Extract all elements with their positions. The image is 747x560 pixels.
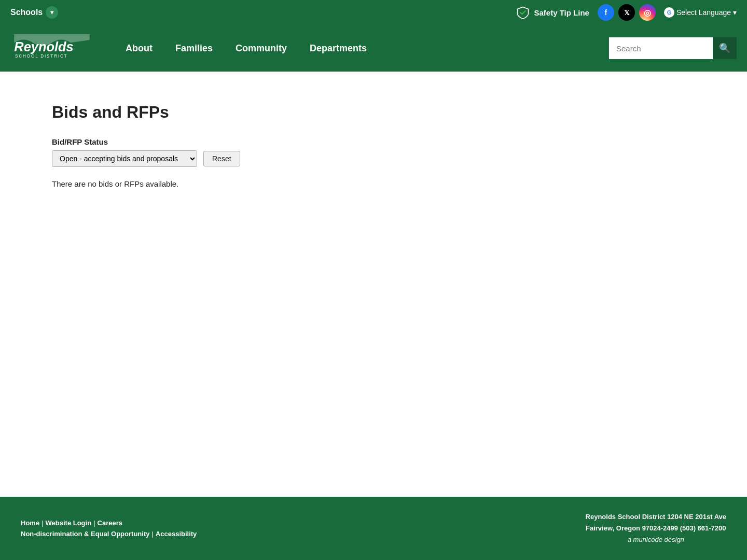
nav-about[interactable]: About <box>114 25 164 72</box>
x-label: 𝕏 <box>624 9 629 17</box>
separator-3: | <box>151 530 153 538</box>
separator-2: | <box>93 519 95 527</box>
footer-link-home[interactable]: Home <box>21 519 39 527</box>
page-title: Bids and RFPs <box>52 103 695 122</box>
footer-link-nondiscrimination[interactable]: Non-discrimination & Equal Opportunity <box>21 530 149 538</box>
footer: Home | Website Login | Careers Non-discr… <box>0 497 747 560</box>
schools-chevron-icon: ▾ <box>46 6 58 19</box>
svg-text:Reynolds: Reynolds <box>14 39 74 54</box>
footer-links-row2: Non-discrimination & Equal Opportunity |… <box>21 530 197 538</box>
reset-button[interactable]: Reset <box>203 151 240 166</box>
footer-link-accessibility[interactable]: Accessibility <box>156 530 197 538</box>
top-bar: Schools ▾ Safety Tip Line f 𝕏 ◎ G <box>0 0 747 25</box>
top-bar-left: Schools ▾ <box>10 6 58 19</box>
footer-municode: a municode design <box>586 534 726 545</box>
svg-text:SCHOOL DISTRICT: SCHOOL DISTRICT <box>15 54 67 59</box>
facebook-label: f <box>605 8 607 17</box>
footer-link-careers[interactable]: Careers <box>98 519 122 527</box>
footer-right: Reynolds School District 1204 NE 201st A… <box>586 511 726 545</box>
footer-links-row1: Home | Website Login | Careers <box>21 519 197 527</box>
shield-icon <box>516 6 530 19</box>
schools-label: Schools <box>10 8 43 17</box>
filter-label: Bid/RFP Status <box>52 137 695 146</box>
facebook-icon[interactable]: f <box>598 4 614 21</box>
search-area: 🔍 <box>609 37 737 59</box>
no-results-message: There are no bids or RFPs available. <box>52 179 695 188</box>
nav-community[interactable]: Community <box>224 25 298 72</box>
footer-left: Home | Website Login | Careers Non-discr… <box>21 519 197 538</box>
filter-section: Bid/RFP Status Open - accepting bids and… <box>52 137 695 167</box>
status-select[interactable]: Open - accepting bids and proposals <box>52 150 197 167</box>
main-nav: About Families Community Departments <box>114 25 609 72</box>
nav-bar: Reynolds SCHOOL DISTRICT About Families … <box>0 25 747 72</box>
footer-address-line2: Fairview, Oregon 97024-2499 (503) 661-72… <box>586 523 726 534</box>
nav-families[interactable]: Families <box>164 25 224 72</box>
instagram-label: ◎ <box>644 8 651 18</box>
safety-tip-label: Safety Tip Line <box>534 8 589 17</box>
footer-address-line1: Reynolds School District 1204 NE 201st A… <box>586 511 726 523</box>
safety-tip-link[interactable]: Safety Tip Line <box>516 6 589 19</box>
instagram-icon[interactable]: ◎ <box>639 4 656 21</box>
search-icon: 🔍 <box>719 43 730 54</box>
nav-departments[interactable]: Departments <box>298 25 378 72</box>
separator-1: | <box>42 519 43 527</box>
translate-chevron-icon: ▾ <box>733 8 737 17</box>
social-icons: f 𝕏 ◎ <box>598 4 656 21</box>
twitter-x-icon[interactable]: 𝕏 <box>618 4 635 21</box>
logo[interactable]: Reynolds SCHOOL DISTRICT <box>10 34 93 62</box>
search-input[interactable] <box>609 37 713 59</box>
filter-row: Open - accepting bids and proposals Rese… <box>52 150 695 167</box>
schools-button[interactable]: Schools ▾ <box>10 6 58 19</box>
google-g-icon: G <box>664 7 674 18</box>
select-language-label: Select Language <box>676 8 731 17</box>
google-translate[interactable]: G Select Language ▾ <box>664 7 737 18</box>
search-button[interactable]: 🔍 <box>713 37 737 59</box>
main-content: Bids and RFPs Bid/RFP Status Open - acce… <box>0 72 747 497</box>
top-bar-right: Safety Tip Line f 𝕏 ◎ G Select Language … <box>516 4 737 21</box>
footer-link-website-login[interactable]: Website Login <box>46 519 92 527</box>
logo-svg: Reynolds SCHOOL DISTRICT <box>10 34 93 60</box>
